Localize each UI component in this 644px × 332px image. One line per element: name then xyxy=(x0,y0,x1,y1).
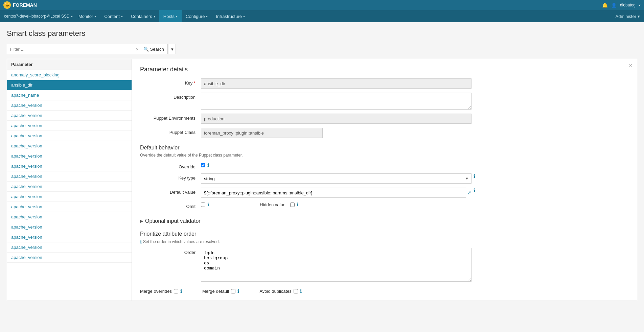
sidebar-item-apache-v8[interactable]: apache_version xyxy=(7,171,132,182)
merge-overrides-checkbox[interactable] xyxy=(174,289,178,293)
puppet-class-label: Puppet Class xyxy=(140,128,201,135)
puppet-env-row: Puppet Environments xyxy=(140,114,629,124)
merge-default-info-icon[interactable]: ℹ xyxy=(237,288,239,294)
key-type-info-icon[interactable]: ℹ xyxy=(474,173,475,179)
page-title: Smart class parameters xyxy=(7,29,637,38)
nav-monitor[interactable]: Monitor ▾ xyxy=(74,10,100,22)
detail-close-button[interactable]: × xyxy=(629,63,632,69)
optional-validator-toggle[interactable]: ▶ Optional input validator xyxy=(140,218,629,224)
filter-bar: × 🔍 Search ▾ xyxy=(7,44,637,54)
default-value-info-icon[interactable]: ℹ xyxy=(474,188,475,193)
priority-info: ℹ Set the order in which values are reso… xyxy=(140,239,629,244)
prioritize-section: Prioritize attribute order ℹ Set the ord… xyxy=(140,231,629,294)
omit-checkbox[interactable] xyxy=(201,203,205,207)
expand-icon[interactable]: ⤢ xyxy=(467,190,472,195)
avoid-duplicates-checkbox[interactable] xyxy=(294,289,298,293)
sidebar-item-apache-v13[interactable]: apache_version xyxy=(7,222,132,232)
key-input[interactable] xyxy=(201,78,472,89)
default-value-input[interactable] xyxy=(201,188,466,198)
override-info-icon[interactable]: ℹ xyxy=(207,162,209,168)
order-row: Order fqdn hostgroup os domain xyxy=(140,248,629,282)
merge-overrides-info-icon[interactable]: ℹ xyxy=(180,288,182,294)
nav-administer[interactable]: Administer ▾ xyxy=(612,14,644,19)
order-label: Order xyxy=(140,248,201,255)
puppet-env-label: Puppet Environments xyxy=(140,114,201,121)
description-row: Description xyxy=(140,93,629,110)
override-row: Override ℹ xyxy=(140,162,629,169)
sidebar-item-apache-v9[interactable]: apache_version xyxy=(7,182,132,192)
hidden-value-checkbox[interactable] xyxy=(290,203,295,207)
nav-infrastructure[interactable]: Infrastructure ▾ xyxy=(212,10,249,22)
sidebar-item-apache-v7[interactable]: apache_version xyxy=(7,161,132,171)
sidebar-item-apache-v15[interactable]: apache_version xyxy=(7,242,132,253)
filter-clear-icon[interactable]: × xyxy=(136,47,139,52)
validator-caret: ▶ xyxy=(140,219,143,223)
puppet-env-input[interactable] xyxy=(201,114,472,124)
sidebar-item-apache-v2[interactable]: apache_version xyxy=(7,111,132,121)
search-dropdown[interactable]: ▾ xyxy=(169,44,176,54)
merge-overrides-label: Merge overrides xyxy=(140,289,172,294)
sidebar-item-apache-v3[interactable]: apache_version xyxy=(7,121,132,131)
nav-containers[interactable]: Containers ▾ xyxy=(127,10,159,22)
avoid-duplicates-item: Avoid duplicates ℹ xyxy=(259,288,301,294)
nav-content[interactable]: Content ▾ xyxy=(100,10,127,22)
search-button[interactable]: 🔍 Search xyxy=(140,44,168,54)
default-value-label: Default value xyxy=(140,188,201,195)
sidebar-item-apache-v1[interactable]: apache_version xyxy=(7,100,132,111)
foreman-logo: 🐱 xyxy=(3,1,11,9)
detail-title: Parameter details xyxy=(140,66,629,73)
omit-info-icon[interactable]: ℹ xyxy=(207,202,209,207)
avoid-duplicates-info-icon[interactable]: ℹ xyxy=(300,288,302,294)
order-textarea[interactable]: fqdn hostgroup os domain xyxy=(201,248,472,282)
nav-configure[interactable]: Configure ▾ xyxy=(182,10,212,22)
bottom-checkboxes: Merge overrides ℹ Merge default ℹ Avoid … xyxy=(140,288,629,294)
merge-default-checkbox[interactable] xyxy=(231,289,235,293)
description-label: Description xyxy=(140,93,201,100)
sidebar-item-apache-v12[interactable]: apache_version xyxy=(7,212,132,222)
infrastructure-caret: ▾ xyxy=(243,15,245,18)
key-type-label: Key type xyxy=(140,173,201,181)
nav-env[interactable]: centos7-devel-lobacorp@Local SSD ▾ xyxy=(0,10,74,22)
priority-info-text: Set the order in which values are resolv… xyxy=(143,239,220,244)
avoid-duplicates-label: Avoid duplicates xyxy=(259,289,291,294)
puppet-class-input[interactable] xyxy=(201,128,323,138)
username[interactable]: dlobatog xyxy=(620,3,636,7)
env-caret: ▾ xyxy=(71,15,73,18)
sidebar-item-apache-v16[interactable]: apache_version xyxy=(7,253,132,263)
key-required: * xyxy=(194,80,196,86)
sidebar-item-apache-v14[interactable]: apache_version xyxy=(7,232,132,242)
default-behavior-desc: Override the default value of the Puppet… xyxy=(140,153,629,158)
sidebar-item-apache-v6[interactable]: apache_version xyxy=(7,151,132,161)
main-layout: Parameter anomaly_score_blocking ansible… xyxy=(7,59,637,301)
main-nav-items: centos7-devel-lobacorp@Local SSD ▾ Monit… xyxy=(0,10,249,22)
prioritize-title: Prioritize attribute order xyxy=(140,231,629,237)
description-textarea[interactable] xyxy=(201,93,472,110)
hidden-value-label: Hidden value xyxy=(260,202,285,207)
override-checkbox[interactable] xyxy=(201,163,205,167)
bell-icon[interactable]: 🔔 xyxy=(602,2,608,8)
sidebar-item-anomaly[interactable]: anomaly_score_blocking xyxy=(7,70,132,80)
containers-caret: ▾ xyxy=(154,15,155,18)
key-type-select[interactable]: string integer real boolean array hash y… xyxy=(201,173,472,184)
merge-default-item: Merge default ℹ xyxy=(202,288,239,294)
filter-input[interactable] xyxy=(7,44,142,54)
search-icon: 🔍 xyxy=(143,47,149,52)
sidebar-item-ansible-dir[interactable]: ansible_dir xyxy=(7,80,132,90)
optional-validator-section: ▶ Optional input validator xyxy=(140,213,629,224)
merge-default-label: Merge default xyxy=(202,289,229,294)
hidden-value-info-icon[interactable]: ℹ xyxy=(297,202,298,207)
user-icon: 👤 xyxy=(611,3,617,8)
override-label: Override xyxy=(140,162,201,169)
puppet-class-row: Puppet Class xyxy=(140,128,629,138)
monitor-caret: ▾ xyxy=(94,15,96,18)
sidebar-item-apache-v11[interactable]: apache_version xyxy=(7,202,132,212)
sidebar-item-apache-v5[interactable]: apache_version xyxy=(7,141,132,151)
omit-label: Omit xyxy=(140,202,201,209)
sidebar-item-apache-name[interactable]: apache_name xyxy=(7,90,132,100)
sidebar-item-apache-v4[interactable]: apache_version xyxy=(7,131,132,141)
default-behavior-title: Default behavior xyxy=(140,145,629,151)
nav-hosts[interactable]: Hosts ▾ xyxy=(159,10,182,22)
merge-overrides-item: Merge overrides ℹ xyxy=(140,288,182,294)
sidebar-item-apache-v10[interactable]: apache_version xyxy=(7,192,132,202)
key-label: Key * xyxy=(140,78,201,86)
